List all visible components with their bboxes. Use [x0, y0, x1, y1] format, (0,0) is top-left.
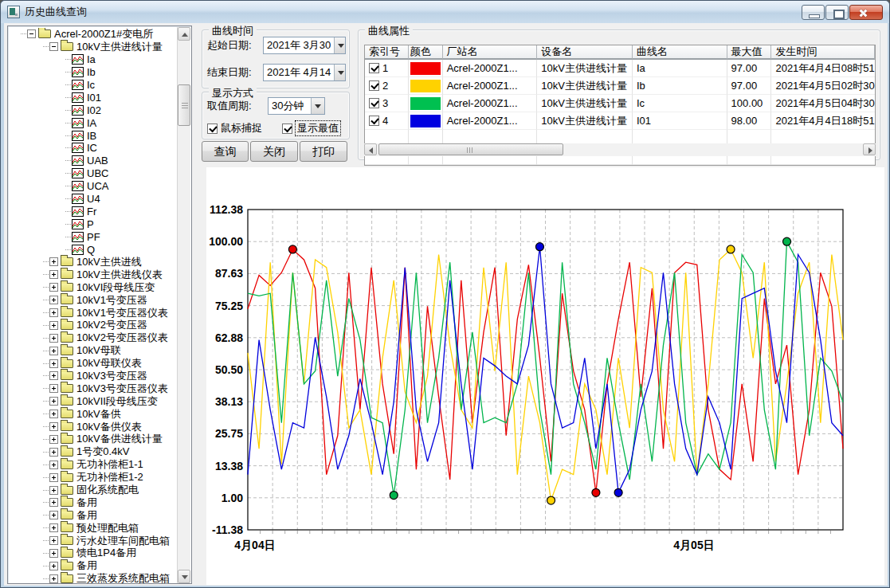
expand-toggle-icon[interactable]	[49, 562, 58, 570]
table-row[interactable]: 3Acrel-2000Z1...10kV主供进线计量Ic100.002021年4…	[365, 95, 875, 112]
tree-item[interactable]: 馈电1P4备用	[10, 547, 177, 560]
tree-item[interactable]: IB	[10, 129, 177, 142]
tree-item[interactable]: 10kV备供进线计量	[10, 433, 177, 446]
expand-toggle-icon[interactable]	[49, 574, 58, 583]
tree-item[interactable]: 10kV主供进线	[10, 256, 177, 269]
expand-toggle-icon[interactable]	[49, 498, 58, 507]
titlebar[interactable]: 历史曲线查询	[1, 1, 889, 23]
tree-item[interactable]: Q	[10, 243, 177, 256]
table-horizontal-scrollbar[interactable]	[364, 143, 876, 156]
expand-toggle-icon[interactable]	[49, 257, 58, 266]
period-dropdown-icon[interactable]	[311, 98, 324, 114]
expand-toggle-icon[interactable]	[49, 359, 58, 368]
tree-item[interactable]: Ib	[10, 66, 177, 79]
column-header[interactable]: 最大值	[727, 45, 772, 60]
tree-vertical-scrollbar[interactable]	[177, 27, 190, 583]
tree-item[interactable]: I02	[10, 104, 177, 116]
tree-item[interactable]: 备用	[10, 496, 177, 509]
minimize-button[interactable]	[802, 5, 825, 20]
expand-toggle-icon[interactable]	[49, 536, 58, 545]
tree-item[interactable]: 10kV主供进线仪表	[10, 269, 177, 281]
close-query-button[interactable]: 关闭	[250, 141, 298, 162]
tree-item[interactable]: 备用	[10, 509, 177, 522]
expand-toggle-icon[interactable]	[49, 283, 58, 292]
expand-toggle-icon[interactable]	[49, 523, 58, 532]
tree-item[interactable]: 污水处理车间配电箱	[10, 535, 177, 547]
period-combobox[interactable]: 30分钟	[268, 97, 325, 115]
expand-toggle-icon[interactable]	[49, 549, 58, 558]
print-button[interactable]: 打印	[300, 141, 347, 162]
expand-toggle-icon[interactable]	[49, 334, 58, 343]
end-date-combobox[interactable]: 2021年 4月14	[263, 64, 346, 81]
curve-visible-checkbox[interactable]	[369, 116, 379, 126]
scroll-up-button[interactable]	[178, 27, 190, 41]
tree-item[interactable]: 10kV3号变压器仪表	[10, 382, 177, 395]
tree-item[interactable]: I01	[10, 91, 177, 104]
column-header[interactable]: 发生时间	[771, 45, 875, 60]
scroll-right-button[interactable]	[863, 143, 876, 155]
tree-item[interactable]: 10kV2号变压器仪表	[10, 331, 177, 344]
tree-item[interactable]: UCA	[10, 180, 177, 193]
collapse-toggle-icon[interactable]	[49, 42, 58, 51]
tree-item[interactable]: 1号变0.4kV	[10, 445, 177, 458]
tree-item[interactable]: 10kV备供仪表	[10, 421, 177, 433]
column-header[interactable]: 颜色	[409, 45, 443, 60]
expand-toggle-icon[interactable]	[49, 296, 58, 304]
tree-item[interactable]: Ic	[10, 79, 177, 92]
expand-toggle-icon[interactable]	[49, 410, 58, 418]
curve-visible-checkbox[interactable]	[369, 80, 379, 91]
tree-item[interactable]: 10kV1号变压器	[10, 294, 177, 307]
history-curve-chart[interactable]: 112.38100.0087.6375.2562.8850.5038.1325.…	[206, 167, 884, 585]
start-date-dropdown-icon[interactable]	[334, 37, 345, 53]
tree-item[interactable]: 10kV主供进线计量	[10, 41, 177, 53]
table-scrollbar-thumb[interactable]	[378, 143, 563, 155]
table-row[interactable]: 2Acrel-2000Z1...10kV主供进线计量Ib97.002021年4月…	[365, 77, 875, 95]
curve-visible-checkbox[interactable]	[369, 98, 379, 108]
tree-item[interactable]: Fr	[10, 205, 177, 218]
tree-item[interactable]: 无功补偿柜1-2	[10, 471, 177, 484]
expand-toggle-icon[interactable]	[49, 371, 58, 380]
table-row[interactable]: 1Acrel-2000Z1...10kV主供进线计量Ia97.002021年4月…	[365, 60, 875, 77]
expand-toggle-icon[interactable]	[49, 486, 58, 495]
expand-toggle-icon[interactable]	[49, 397, 58, 406]
table-row[interactable]: 4Acrel-2000Z1...10kV主供进线计量I0198.002021年4…	[365, 112, 875, 130]
expand-toggle-icon[interactable]	[49, 321, 58, 330]
scroll-left-button[interactable]	[364, 143, 377, 155]
end-date-dropdown-icon[interactable]	[334, 65, 345, 80]
expand-toggle-icon[interactable]	[49, 511, 58, 519]
tree-item[interactable]: 备用	[10, 559, 177, 572]
expand-toggle-icon[interactable]	[49, 270, 58, 279]
column-header[interactable]: 曲线名	[633, 45, 727, 60]
tree-item[interactable]: 10kV备供	[10, 408, 177, 421]
tree-item[interactable]: 10kV3号变压器	[10, 370, 177, 382]
collapse-toggle-icon[interactable]	[27, 29, 36, 38]
expand-toggle-icon[interactable]	[49, 422, 58, 431]
start-date-combobox[interactable]: 2021年 3月30	[263, 37, 346, 54]
expand-toggle-icon[interactable]	[49, 461, 58, 469]
expand-toggle-icon[interactable]	[49, 448, 58, 457]
restore-button[interactable]	[825, 5, 849, 20]
column-header[interactable]: 厂站名	[443, 45, 538, 60]
tree-item[interactable]: 10kVII段母线压变	[10, 395, 177, 408]
tree-item[interactable]: 无功补偿柜1-1	[10, 458, 177, 471]
tree-item[interactable]: UAB	[10, 155, 177, 167]
curve-visible-checkbox[interactable]	[369, 63, 379, 73]
tree-item[interactable]: 10kV母联	[10, 344, 177, 357]
tree-item[interactable]: 三效蒸发系统配电箱	[10, 572, 177, 583]
expand-toggle-icon[interactable]	[49, 347, 58, 355]
tree-scrollbar-thumb[interactable]	[178, 84, 190, 126]
tree-item[interactable]: UBC	[10, 167, 177, 180]
show-extremes-checkbox[interactable]	[282, 123, 292, 134]
tree-item[interactable]: 10kV1号变压器仪表	[10, 307, 177, 319]
column-header[interactable]: 索引号	[365, 45, 409, 60]
tree-item[interactable]: U4	[10, 193, 177, 206]
mouse-capture-checkbox[interactable]	[207, 123, 218, 134]
tree-item[interactable]: P	[10, 218, 177, 230]
tree-item[interactable]: IA	[10, 116, 177, 129]
close-button[interactable]	[849, 5, 883, 20]
tree-item[interactable]: 固化系统配电	[10, 484, 177, 496]
tree-item[interactable]: 10kV母联仪表	[10, 357, 177, 370]
tree-item[interactable]: 10kVI段母线压变	[10, 281, 177, 294]
expand-toggle-icon[interactable]	[49, 435, 58, 444]
tree-item[interactable]: Acrel-2000Z1#变电所	[10, 28, 177, 41]
